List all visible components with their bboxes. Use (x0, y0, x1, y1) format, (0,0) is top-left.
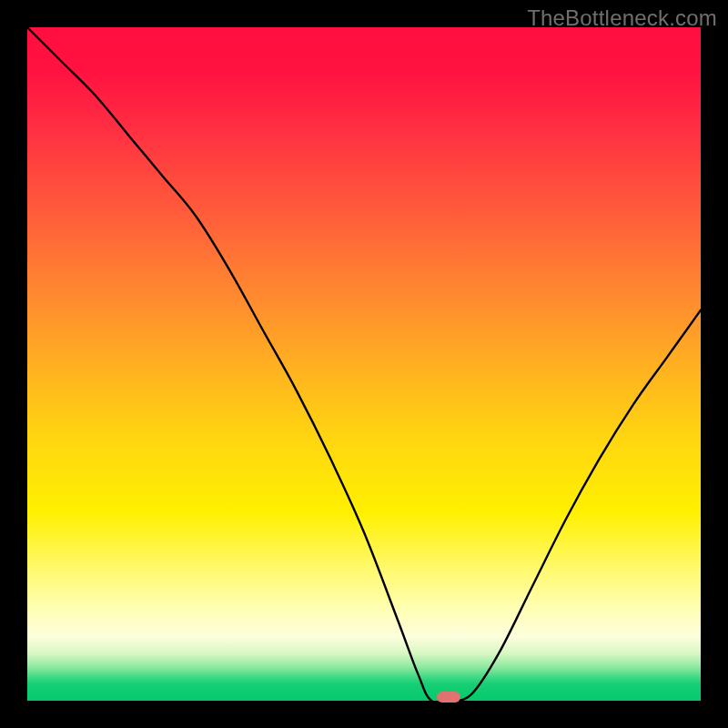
chart-frame: TheBottleneck.com (0, 0, 728, 728)
optimal-marker (437, 692, 460, 703)
bottleneck-curve-path (27, 27, 701, 701)
plot-area (27, 27, 701, 701)
curve-svg (27, 27, 701, 701)
